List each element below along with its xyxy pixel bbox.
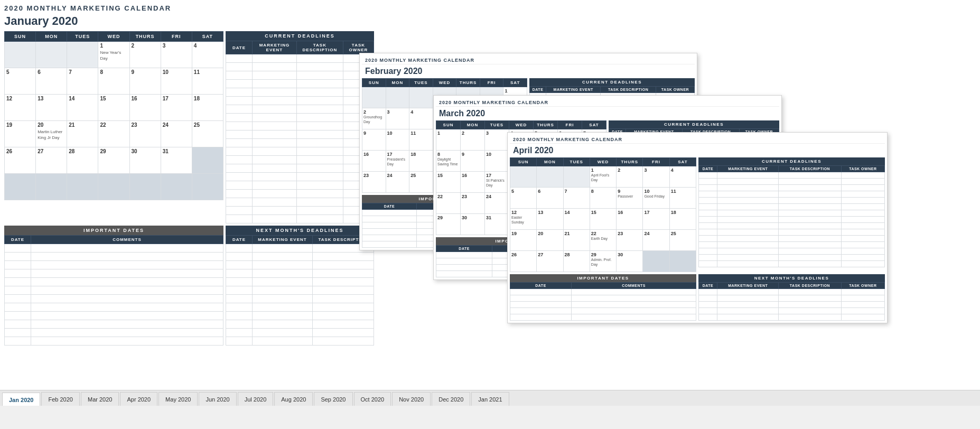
- table-row: [699, 302, 885, 308]
- table-row: [36, 174, 67, 200]
- table-row: 1April Fool's Day 234: [510, 166, 696, 188]
- table-row: [226, 215, 374, 223]
- table-row: 17: [161, 95, 192, 121]
- table-row: 12Easter Sunday 131415 161718: [510, 209, 696, 230]
- tab-jan-2021[interactable]: Jan 2021: [471, 392, 509, 406]
- tab-aug-2020[interactable]: Aug 2020: [274, 392, 313, 406]
- table-row: 12: [5, 95, 36, 121]
- tab-dec-2020[interactable]: Dec 2020: [432, 392, 470, 406]
- table-row: [226, 181, 374, 190]
- table-row: [699, 217, 885, 223]
- table-row: [699, 248, 885, 255]
- january-heading: January 2020: [4, 14, 374, 28]
- date-header: DATE: [5, 236, 31, 244]
- table-row: [226, 130, 374, 139]
- table-row: 20Martin LutherKing Jr Day: [36, 121, 67, 147]
- tab-may-2020[interactable]: May 2020: [158, 392, 198, 406]
- current-deadlines-table: DATE MARKETING EVENT TASK DESCRIPTION TA…: [226, 41, 374, 223]
- table-row: [98, 174, 129, 200]
- table-row: [192, 174, 223, 200]
- table-row: [226, 164, 374, 173]
- table-row: [226, 207, 374, 215]
- table-row: 1920 21 22Earth Day 23 24 25: [510, 230, 696, 251]
- table-row: [510, 314, 696, 321]
- table-row: 19 20Martin LutherKing Jr Day 21 22 23 2…: [5, 121, 223, 147]
- april-card: 2020 MONTHLY MARKETING CALENDAR April 20…: [507, 132, 888, 323]
- tab-jun-2020[interactable]: Jun 2020: [199, 392, 236, 406]
- date-header: DATE: [226, 41, 253, 54]
- next-month-table: DATE MARKETING EVENT TASK DESCRIPTION: [226, 235, 374, 346]
- next-month-deadlines-jan: NEXT MONTH'S DEADLINES DATE MARKETING EV…: [226, 226, 374, 346]
- table-row: [226, 253, 374, 261]
- bottom-row: IMPORTANT DATES DATE COMMENTS: [4, 226, 374, 346]
- table-row: [5, 320, 223, 329]
- feb-heading: February 2020: [362, 64, 695, 78]
- table-row: [226, 244, 374, 253]
- table-row: [5, 269, 223, 278]
- table-row: 19: [5, 121, 36, 147]
- table-row: 567 8 9Passover 10Good Friday 11: [510, 188, 696, 209]
- apr-deadlines-header: CURRENT DEADLINES: [698, 157, 885, 165]
- table-row: [226, 198, 374, 207]
- important-dates-header: IMPORTANT DATES: [4, 226, 223, 235]
- apr-important-header: IMPORTANT DATES: [510, 274, 696, 282]
- table-row: [5, 329, 223, 337]
- col-thurs: THURS: [129, 32, 161, 42]
- table-row: [226, 295, 374, 303]
- table-row: [192, 147, 223, 174]
- table-row: [226, 54, 374, 63]
- col-tues: TUES: [67, 32, 98, 42]
- table-row: 22: [98, 121, 129, 147]
- table-row: 16: [129, 95, 161, 121]
- apr-important-table: DATECOMMENTS: [510, 282, 696, 321]
- table-row: [699, 255, 885, 261]
- table-row: 1New Year'sDay 2 3 4: [5, 42, 223, 68]
- table-row: [226, 156, 374, 164]
- tab-sep-2020[interactable]: Sep 2020: [314, 392, 352, 406]
- table-row: [699, 191, 885, 198]
- table-row: [699, 179, 885, 185]
- tab-bar: Jan 2020 Feb 2020 Mar 2020 Apr 2020 May …: [0, 390, 980, 406]
- table-row: [67, 174, 98, 200]
- table-row: [226, 122, 374, 130]
- table-row: [226, 97, 374, 105]
- table-row: [699, 229, 885, 236]
- table-row: [699, 242, 885, 248]
- january-grid: SUN MON TUES WED THURS FRI SAT: [4, 31, 223, 200]
- tab-feb-2020[interactable]: Feb 2020: [41, 392, 79, 406]
- table-row: 6: [36, 68, 67, 95]
- table-row: 12 13 14 15 16 17 18: [5, 95, 223, 121]
- mar-heading: March 2020: [436, 107, 779, 120]
- january-calendar: SUN MON TUES WED THURS FRI SAT: [4, 31, 223, 223]
- feb-app-title: 2020 MONTHLY MARKETING CALENDAR: [362, 55, 695, 64]
- table-row: [5, 261, 223, 269]
- tab-jan-2020[interactable]: Jan 2020: [2, 393, 40, 406]
- table-row: [699, 223, 885, 229]
- table-row: [699, 185, 885, 191]
- table-row: [699, 295, 885, 302]
- table-row: 9: [129, 68, 161, 95]
- table-row: [226, 147, 374, 156]
- tab-apr-2020[interactable]: Apr 2020: [120, 392, 157, 406]
- table-row: [226, 114, 374, 122]
- tab-oct-2020[interactable]: Oct 2020: [354, 392, 391, 406]
- table-row: 5: [5, 68, 36, 95]
- tab-jul-2020[interactable]: Jul 2020: [238, 392, 274, 406]
- april-grid: SUNMONTUES WEDTHURSFRISAT 1April Fool's …: [510, 157, 696, 272]
- table-row: [5, 278, 223, 286]
- col-mon: MON: [36, 32, 67, 42]
- tab-mar-2020[interactable]: Mar 2020: [81, 392, 119, 406]
- table-row: [699, 314, 885, 321]
- table-row: [699, 172, 885, 179]
- apr-deadlines-table: DATEMARKETING EVENT TASK DESCRIPTIONTASK…: [698, 165, 885, 267]
- col-sat: SAT: [192, 32, 223, 42]
- table-row: 4: [192, 42, 223, 68]
- important-dates-table: DATE COMMENTS: [4, 235, 223, 346]
- col-fri: FRI: [161, 32, 192, 42]
- table-row: [5, 253, 223, 261]
- tab-nov-2020[interactable]: Nov 2020: [392, 392, 431, 406]
- table-row: [129, 174, 161, 200]
- table-row: 2: [129, 42, 161, 68]
- table-row: [510, 295, 696, 302]
- table-row: 28: [67, 147, 98, 174]
